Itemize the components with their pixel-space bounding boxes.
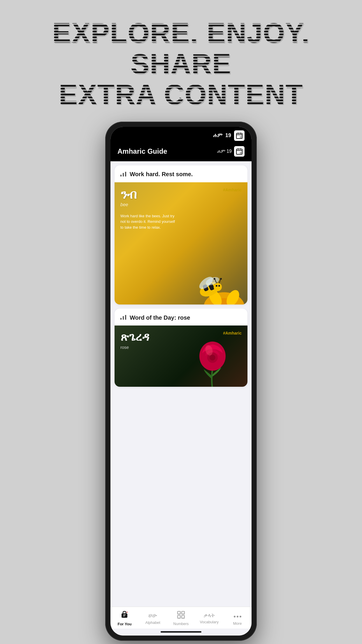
rose-amharic-word: ጽጌረዳ <box>120 331 149 344</box>
svg-text:፩: ፩ <box>178 612 180 614</box>
svg-text:፪: ፪ <box>182 612 184 614</box>
bee-card: Work hard. Rest some. ንብ bee Work hard l… <box>115 165 247 305</box>
status-amharic: ሐም <box>213 132 222 139</box>
status-bar: ሐም 19 <box>110 127 252 143</box>
svg-text:፬: ፬ <box>182 616 184 618</box>
bee-english-word: bee <box>120 202 179 207</box>
svg-point-34 <box>214 278 215 280</box>
tab-alphabet[interactable]: ሀሁ Alphabet <box>141 612 164 625</box>
svg-point-41 <box>210 355 215 360</box>
svg-rect-7 <box>236 149 242 154</box>
nav-title: Amharic Guide <box>117 147 167 155</box>
bee-card-icon <box>120 170 127 179</box>
bee-hashtag: #Amharic <box>223 188 242 192</box>
numbers-label: Numbers <box>173 622 189 626</box>
svg-rect-45 <box>123 616 125 616</box>
nav-right-area: ሐም 19 <box>217 146 245 157</box>
phone-frame: ሐም 19 Amharic Guide <box>105 122 257 641</box>
rose-card: Word of the Day: rose ጽጌረዳ rose #Amharic <box>115 309 247 387</box>
bee-text-overlay: ንብ bee Work hard like the bees. Just try… <box>120 188 179 230</box>
svg-rect-15 <box>123 173 124 176</box>
svg-rect-14 <box>120 175 122 176</box>
svg-rect-37 <box>123 316 124 320</box>
status-right: ሐም 19 <box>213 130 245 141</box>
for-you-label: For You <box>117 622 131 626</box>
bee-illustration <box>172 246 247 304</box>
more-icon <box>233 611 242 620</box>
nav-bar: Amharic Guide ሐም 19 <box>110 143 252 161</box>
headline-text-2: EXTRA CONTENT <box>0 79 362 110</box>
svg-point-31 <box>218 285 220 287</box>
svg-point-54 <box>234 616 236 617</box>
rose-illustration <box>183 328 242 387</box>
alphabet-icon: ሀሁ <box>148 612 157 619</box>
tab-vocabulary[interactable]: ቃላት Vocabulary <box>198 612 221 624</box>
svg-point-35 <box>220 278 222 280</box>
more-label: More <box>233 621 242 626</box>
numbers-icon: ፩ ፪ ፫ ፬ <box>177 611 185 620</box>
rose-english-word: rose <box>120 345 149 350</box>
svg-text:፫: ፫ <box>178 616 180 618</box>
tab-bar: For You ሀሁ Alphabet ፩ ፪ ፫ ፬ <box>110 607 252 629</box>
alphabet-label: Alphabet <box>145 620 160 625</box>
svg-point-29 <box>214 283 222 291</box>
bee-card-image: ንብ bee Work hard like the bees. Just try… <box>115 182 247 305</box>
svg-point-55 <box>237 616 238 617</box>
svg-point-30 <box>216 285 217 287</box>
bee-quote-text: Work hard like the bees. Just try not to… <box>120 213 179 230</box>
nav-calendar-icon[interactable] <box>234 146 245 157</box>
calendar-icon <box>234 130 245 141</box>
tab-more[interactable]: More <box>226 611 249 626</box>
rose-card-title: Word of the Day: rose <box>130 314 190 321</box>
svg-rect-38 <box>125 315 126 320</box>
bee-card-header: Work hard. Rest some. <box>115 165 247 182</box>
scroll-content: Work hard. Rest some. ንብ bee Work hard l… <box>110 161 252 607</box>
tab-numbers[interactable]: ፩ ፪ ፫ ፬ Numbers <box>169 611 193 626</box>
bee-card-title: Work hard. Rest some. <box>130 171 193 178</box>
rose-card-icon <box>120 313 127 322</box>
vocabulary-icon: ቃላት <box>204 612 215 619</box>
nav-date: ሐም 19 <box>217 149 232 154</box>
svg-rect-0 <box>236 133 242 139</box>
page-headline: EXPLORE. ENJOY. SHARE EXTRA CONTENT <box>0 18 362 110</box>
svg-line-33 <box>219 279 221 283</box>
for-you-icon <box>120 610 129 621</box>
svg-rect-43 <box>122 613 127 618</box>
vocabulary-label: Vocabulary <box>200 620 219 624</box>
phone-screen: ሐም 19 Amharic Guide <box>110 127 252 636</box>
rose-card-image: ጽጌረዳ rose #Amharic <box>115 326 247 387</box>
rose-card-header: Word of the Day: rose <box>115 309 247 326</box>
status-date: 19 <box>225 132 231 139</box>
home-indicator <box>110 629 252 636</box>
rose-text-overlay: ጽጌረዳ rose <box>120 331 149 350</box>
svg-rect-16 <box>125 172 126 176</box>
tab-for-you[interactable]: For You <box>113 610 136 626</box>
home-indicator-bar <box>161 631 201 633</box>
bee-amharic-word: ንብ <box>120 188 179 202</box>
svg-point-56 <box>240 616 241 617</box>
svg-rect-44 <box>123 615 126 615</box>
svg-rect-36 <box>120 318 122 320</box>
headline-text: EXPLORE. ENJOY. SHARE <box>0 18 362 79</box>
